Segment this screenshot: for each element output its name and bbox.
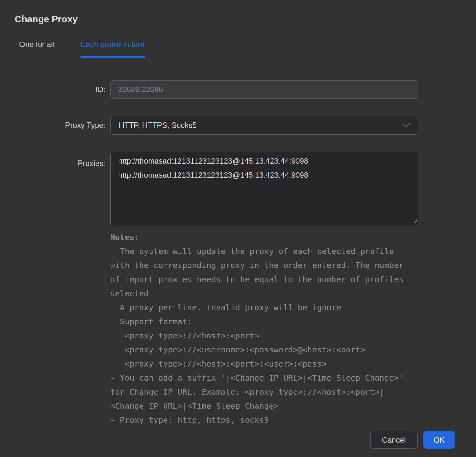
- note-line: selected: [110, 287, 476, 301]
- change-proxy-form: ID: Proxy Type: HTTP, HTTPS, Socks5 Prox…: [0, 80, 476, 226]
- proxies-row: Proxies: http://thomasad:12131123123123@…: [0, 152, 476, 226]
- change-proxy-dialog: { "dialog": { "title": "Change Proxy", "…: [0, 0, 476, 457]
- dialog-actions: Cancel OK: [0, 431, 455, 449]
- ok-button[interactable]: OK: [423, 431, 455, 449]
- notes-heading: Notes:: [110, 230, 139, 244]
- note-line: - A proxy per line. Invalid proxy will b…: [110, 301, 476, 315]
- note-line: with the corresponding proxy in the orde…: [110, 259, 476, 273]
- proxy-type-select[interactable]: HTTP, HTTPS, Socks5: [110, 116, 418, 135]
- tab-one-for-all[interactable]: One for all: [19, 40, 55, 57]
- note-line: - The system will update the proxy of ea…: [110, 244, 476, 259]
- id-input: [110, 80, 418, 99]
- proxy-type-row: Proxy Type: HTTP, HTTPS, Socks5: [0, 116, 476, 135]
- notes-section: Notes: - The system will update the prox…: [110, 230, 476, 427]
- page-title: Change Proxy: [15, 14, 476, 25]
- tab-each-profile-in-turn[interactable]: Each profile in turn: [81, 40, 145, 57]
- resize-handle-icon[interactable]: [412, 219, 417, 223]
- note-line: - You can add a suffix '|<Change IP URL>…: [110, 371, 476, 385]
- proxies-label: Proxies:: [0, 159, 105, 168]
- note-line: - Proxy type: http, https, socks5: [110, 413, 476, 427]
- note-line: - Support format:: [110, 315, 476, 329]
- note-line: of import proxies needs to be equal to t…: [110, 273, 476, 287]
- id-row: ID:: [0, 80, 476, 99]
- note-line: <proxy type>://<username>:<password>@<ho…: [110, 343, 476, 357]
- note-line: for Change IP URL. Example: <proxy type>…: [110, 385, 476, 399]
- chevron-down-icon: [402, 123, 410, 128]
- note-line: <proxy type>://<host>:<port>: [110, 329, 476, 343]
- note-line: <Change IP URL>|<Time Sleep Change>: [110, 399, 476, 413]
- proxies-textarea[interactable]: http://thomasad:12131123123123@145.13.42…: [110, 152, 418, 226]
- proxy-type-selected-value: HTTP, HTTPS, Socks5: [119, 121, 402, 130]
- id-label: ID:: [0, 85, 105, 94]
- tab-bar: One for all Each profile in turn: [19, 40, 455, 57]
- note-line: <proxy type>://<host>:<port>:<user>:<pas…: [110, 357, 476, 371]
- proxy-type-label: Proxy Type:: [0, 121, 105, 130]
- cancel-button[interactable]: Cancel: [370, 431, 418, 449]
